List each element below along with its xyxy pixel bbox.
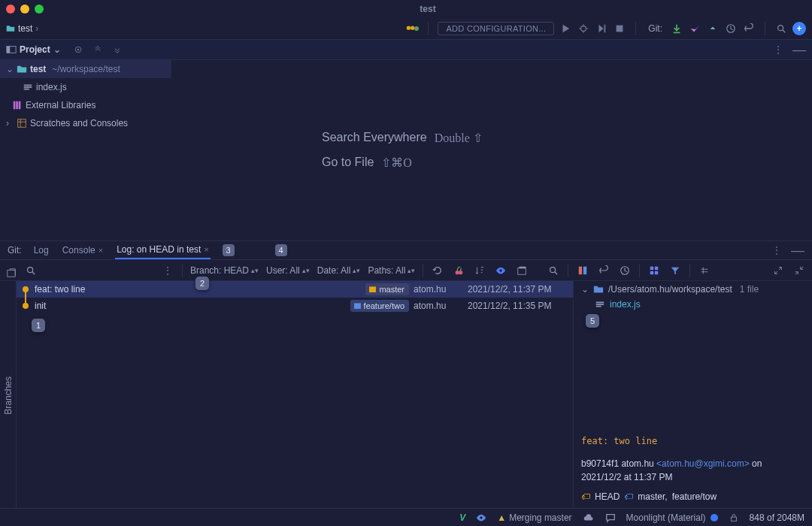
search-icon[interactable]	[547, 264, 560, 277]
collapse-panel-icon[interactable]	[792, 264, 806, 277]
search-icon[interactable]	[774, 22, 788, 35]
history-icon[interactable]	[618, 264, 632, 277]
library-icon	[12, 100, 23, 110]
commit-row[interactable]: init ⯀ feature/two atom.hu 2021/12/2, 11…	[17, 298, 573, 314]
tree-external-libraries[interactable]: External Libraries	[0, 96, 171, 114]
chevron-down-icon: ⌄	[6, 64, 14, 74]
ref-pill-master[interactable]: ⯀ master	[365, 283, 409, 295]
close-icon[interactable]: ×	[98, 246, 103, 255]
badge-5: 5	[586, 314, 599, 328]
breadcrumb[interactable]: test ›	[6, 23, 38, 34]
rollback-icon[interactable]	[742, 22, 756, 35]
push-icon[interactable]	[706, 22, 720, 35]
tool-options-icon[interactable]: ⋮	[771, 43, 785, 56]
window-close-button[interactable]	[6, 5, 15, 14]
open-new-tab-icon[interactable]	[515, 264, 529, 277]
git-panel-label: Git:	[8, 245, 22, 255]
changed-files-root[interactable]: ⌄ /Users/atom.hu/workspace/test 1 file	[581, 284, 804, 295]
commit-list[interactable]: feat: two line ⯀ master atom.hu 2021/12/…	[17, 281, 573, 509]
expand-collapse-icon[interactable]	[698, 264, 711, 277]
branches-strip[interactable]: Branches	[0, 281, 17, 509]
tab-log[interactable]: Log	[32, 242, 50, 258]
commit-icon[interactable]	[688, 22, 701, 35]
refresh-icon[interactable]	[431, 264, 444, 277]
diff-icon[interactable]	[576, 264, 589, 277]
git-panel-tabs: Git: Log Console× Log: on HEAD in test× …	[0, 240, 812, 260]
scratches-icon	[17, 118, 27, 128]
cloud-icon[interactable]	[581, 511, 595, 524]
title-bar: test	[0, 0, 812, 18]
tab-log-head[interactable]: Log: on HEAD in test×	[115, 241, 211, 259]
panel-options-icon[interactable]: ⋮	[770, 243, 783, 257]
revert-icon[interactable]	[597, 264, 611, 277]
theme-widget[interactable]: Moonlight (Material)	[626, 512, 718, 523]
hint-search-everywhere: Search Everywhere Double ⇧	[322, 131, 812, 145]
commit-detail-panel: ⌄ /Users/atom.hu/workspace/test 1 file i…	[573, 281, 812, 509]
ide-settings-icon[interactable]: +	[792, 22, 806, 35]
tree-root[interactable]: ⌄ test ~/workspace/test	[0, 60, 171, 78]
svg-rect-26	[655, 266, 658, 269]
lock-icon[interactable]	[727, 511, 741, 524]
memory-indicator[interactable]: 848 of 2048M	[750, 512, 804, 523]
project-tree[interactable]: ⌄ test ~/workspace/test index.js Externa…	[0, 60, 171, 240]
changed-file[interactable]: index.js	[595, 299, 804, 310]
expand-all-icon[interactable]	[91, 43, 105, 56]
hide-panel-icon[interactable]: —	[791, 243, 804, 257]
commit-date: 2021/12/2, 11:37 PM	[468, 284, 573, 295]
window-minimize-button[interactable]	[20, 5, 29, 14]
notifications-icon[interactable]	[8, 511, 21, 524]
run-icon[interactable]	[559, 22, 572, 35]
window-zoom-button[interactable]	[35, 5, 44, 14]
history-icon[interactable]	[724, 22, 738, 35]
svg-rect-12	[16, 101, 18, 110]
svg-point-3	[778, 26, 783, 31]
update-project-icon[interactable]	[670, 22, 683, 35]
tree-scratches[interactable]: › Scratches and Consoles	[0, 114, 171, 132]
cherry-pick-icon[interactable]	[452, 264, 465, 277]
filter-options-icon[interactable]: ⋮	[161, 264, 174, 277]
svg-rect-1	[617, 26, 623, 32]
log-search-input[interactable]	[45, 264, 153, 277]
commit-row[interactable]: feat: two line ⯀ master atom.hu 2021/12/…	[17, 281, 573, 298]
run-with-coverage-icon[interactable]	[595, 22, 608, 35]
svg-rect-30	[596, 304, 604, 305]
ref-pill-feature[interactable]: ⯀ feature/two	[350, 300, 409, 312]
close-icon[interactable]: ×	[204, 245, 208, 254]
filter-user[interactable]: User: All▴▾	[266, 265, 310, 276]
stop-icon[interactable]	[613, 22, 626, 35]
group-by-icon[interactable]	[647, 264, 661, 277]
filter-date[interactable]: Date: All▴▾	[317, 265, 361, 276]
code-with-me-icon[interactable]	[405, 23, 419, 34]
commit-date: 2021/12/2, 11:35 PM	[468, 301, 573, 311]
select-opened-file-icon[interactable]	[71, 43, 85, 56]
chevron-down-icon: ⌄	[581, 284, 589, 295]
svg-rect-22	[579, 266, 582, 274]
tab-console[interactable]: Console×	[61, 242, 105, 258]
svg-point-17	[459, 271, 462, 274]
svg-rect-25	[650, 266, 653, 269]
filter-branch[interactable]: Branch: HEAD▴▾	[190, 265, 259, 276]
search-icon[interactable]	[24, 264, 38, 277]
new-tab-icon[interactable]	[6, 263, 17, 278]
commit-hash: b90714f1	[581, 458, 619, 469]
show-details-icon[interactable]	[494, 264, 508, 277]
svg-point-18	[500, 269, 503, 272]
navigation-bar: test › ADD CONFIGURATION... Git: +	[0, 18, 812, 39]
branch-status[interactable]: ▲ Merging master	[497, 512, 571, 523]
folder-icon	[17, 64, 27, 74]
chat-icon[interactable]	[604, 511, 617, 524]
expand-panel-icon[interactable]	[771, 264, 785, 277]
inspections-icon[interactable]	[474, 511, 488, 524]
hide-tool-icon[interactable]: —	[792, 43, 806, 56]
vue-icon[interactable]: V	[459, 512, 465, 523]
intellisort-icon[interactable]	[473, 264, 486, 277]
project-tool-title[interactable]: Project ⌄	[6, 44, 61, 55]
tree-file-index[interactable]: index.js	[0, 78, 171, 96]
collapse-all-icon[interactable]	[111, 43, 124, 56]
svg-rect-5	[7, 47, 10, 53]
add-configuration-button[interactable]: ADD CONFIGURATION...	[438, 22, 554, 35]
filter-paths[interactable]: Paths: All▴▾	[368, 265, 415, 276]
svg-rect-13	[19, 101, 21, 110]
debug-icon[interactable]	[577, 22, 590, 35]
filter-icon[interactable]	[668, 264, 682, 277]
